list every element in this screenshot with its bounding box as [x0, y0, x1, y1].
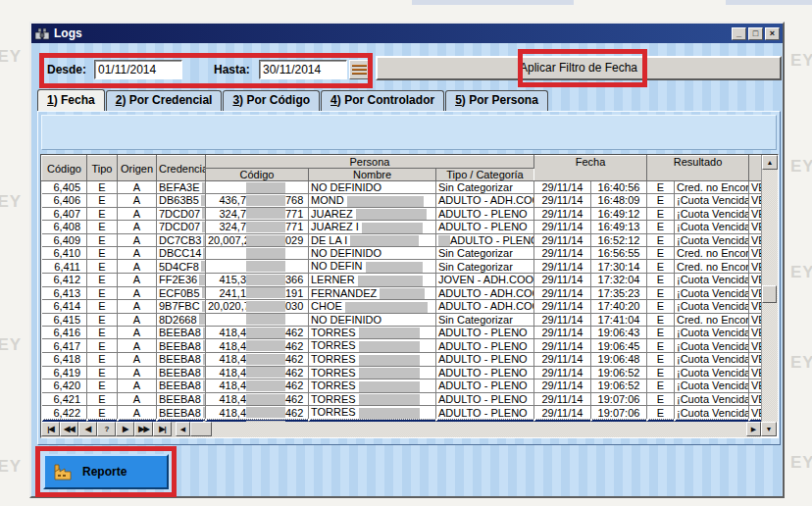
table-row[interactable]: 6,413EAECF0B5241,1191FERNANDEZ ADULTO - …: [42, 286, 762, 300]
scroll-right-icon[interactable]: ▶: [746, 422, 761, 436]
horizontal-scroll-track[interactable]: [212, 422, 746, 437]
cell-categoria: ADULTO - ADH.COO: [436, 286, 534, 300]
cell-origen: A: [118, 194, 157, 208]
cell-categoria: ADULTO - ADH.COO: [436, 300, 534, 314]
next-button[interactable]: ▶: [116, 422, 134, 436]
cell-fecha-date: 29/11/14: [534, 352, 591, 366]
table-row[interactable]: 6,422EABEEBA8418,4462TORRES ADULTO - PLE…: [42, 406, 762, 420]
table-row[interactable]: 6,417EABEEBA8418,4462TORRES ADULTO - PLE…: [42, 339, 762, 353]
log-grid: Código Tipo Origen Credencial Persona Fe…: [40, 154, 779, 438]
table-row[interactable]: 6,407EA7DCD07324,7771JUAREZ ADULTO - PLE…: [42, 207, 762, 221]
horizontal-scrollbar[interactable]: ◀ ▶: [176, 422, 761, 437]
cell-codigo: 6,421: [42, 392, 87, 406]
redaction-box: [380, 288, 425, 299]
tab-por-c-digo[interactable]: 3) Por Código: [223, 90, 320, 111]
tab-por-persona[interactable]: 5) Por Persona: [445, 90, 548, 111]
cell-resultado-letra: E: [647, 260, 675, 274]
scroll-up-icon[interactable]: ▲: [762, 155, 778, 170]
cell-origen: A: [118, 221, 157, 234]
cell-resultado-texto: ¡Cuota Vencida!: [675, 339, 749, 353]
vertical-scroll-track[interactable]: [762, 170, 778, 422]
cell-ve: VE: [749, 286, 761, 300]
redaction-box: [246, 394, 285, 405]
redaction-box: [362, 223, 423, 233]
window-title: Logs: [54, 26, 82, 40]
calendar-picker-button[interactable]: [349, 60, 370, 79]
redaction-box: [246, 287, 285, 298]
table-row[interactable]: 6,419EABEEBA8418,4462TORRES ADULTO - PLE…: [42, 366, 762, 380]
cell-resultado-letra: E: [647, 300, 675, 314]
table-row[interactable]: 6,411EA5D4CF8NO DEFIN Sin Categorizar29/…: [42, 260, 762, 274]
redaction-box: [201, 261, 206, 272]
last-button[interactable]: ▶|: [153, 422, 172, 436]
first-button[interactable]: |◀: [41, 422, 60, 436]
cell-ve: VE: [749, 260, 761, 274]
cell-resultado-letra: E: [647, 339, 675, 353]
cell-resultado-texto: ¡Cuota Vencida!: [675, 286, 749, 300]
cell-credencial: BEFA3E: [157, 181, 206, 194]
table-row[interactable]: 6,415EA8D2668NO DEFINIDO Sin Categorizar…: [42, 313, 762, 326]
vertical-scroll-thumb[interactable]: [762, 285, 777, 303]
cell-ve: VE: [749, 392, 761, 406]
tab-fecha[interactable]: 1) Fecha: [37, 89, 105, 111]
scroll-left-icon[interactable]: ◀: [176, 422, 190, 436]
cell-fecha-hora: 17:30:14: [591, 260, 647, 274]
cell-nombre: TORRES: [309, 380, 436, 393]
cell-categoria: Sin Categorizar: [436, 260, 534, 274]
cell-fecha-hora: 16:52:12: [591, 233, 647, 247]
cell-codigo: 6,417: [42, 339, 87, 353]
tab-por-credencial[interactable]: 2) Por Credencial: [106, 90, 223, 111]
cell-ve: VE: [749, 300, 761, 314]
apply-date-filter-button[interactable]: Aplicar Filtro de Fecha: [376, 56, 782, 80]
scroll-down-icon[interactable]: ▼: [761, 422, 777, 436]
cell-codigo: 6,415: [42, 313, 87, 326]
table-row[interactable]: 6,408EA7DCD07324,7771JUAREZ I ADULTO - P…: [42, 221, 762, 234]
redaction-box: [246, 182, 285, 193]
table-row[interactable]: 6,414EA9B7FBC20,020,7030CHOE ADULTO - AD…: [42, 300, 762, 314]
redaction-box: [246, 407, 285, 418]
cell-fecha-date: 29/11/14: [534, 406, 591, 420]
minimize-button[interactable]: _: [732, 27, 746, 40]
table-row[interactable]: 6,409EADC7CB320,007,2029DE LA I ADULTO -…: [42, 233, 762, 247]
fast-rewind-button[interactable]: ◀◀: [60, 422, 78, 436]
cell-tipo: E: [87, 352, 118, 366]
redaction-box: [358, 276, 423, 286]
cell-codigo: 6,420: [42, 380, 87, 393]
cell-tipo: E: [87, 286, 118, 300]
cell-persona-codigo: 418,4462: [206, 406, 309, 420]
table-row[interactable]: 6,405EABEFA3ENO DEFINIDO Sin Categorizar…: [42, 181, 762, 194]
table-row[interactable]: 6,406EADB63B5436,7768MOND ADULTO - ADH.C…: [42, 194, 762, 208]
redaction-box: [199, 275, 205, 285]
vertical-scrollbar[interactable]: ▲: [761, 155, 778, 422]
redaction-box: [246, 328, 285, 338]
horizontal-scroll-thumb[interactable]: [190, 422, 212, 436]
table-row[interactable]: 6,421EABEEBA8418,4462TORRES ADULTO - PLE…: [42, 392, 762, 406]
refresh-button[interactable]: ?: [97, 422, 116, 436]
cell-fecha-hora: 19:06:52: [591, 380, 647, 393]
cell-credencial: DBCC14: [157, 247, 206, 260]
tab-por-controlador[interactable]: 4) Por Controlador: [321, 90, 444, 111]
fast-forward-button[interactable]: ▶▶: [134, 422, 153, 436]
close-button[interactable]: ×: [765, 27, 780, 40]
table-row[interactable]: 6,418EABEEBA8418,4462TORRES ADULTO - PLE…: [42, 352, 762, 366]
cell-nombre: MOND: [309, 194, 436, 208]
prior-button[interactable]: ◀: [78, 422, 97, 436]
cell-resultado-texto: ¡Cuota Vencida!: [675, 300, 749, 314]
cell-resultado-texto: ¡Cuota Vencida!: [675, 221, 749, 234]
table-row[interactable]: 6,416EABEEBA8418,4462TORRES ADULTO - PLE…: [42, 326, 762, 339]
redaction-box: [246, 208, 285, 219]
title-bar[interactable]: Logs _ □ ×: [31, 24, 783, 43]
table-row[interactable]: 6,410EADBCC14NO DEFINIDO Sin Categorizar…: [42, 247, 762, 260]
table-row[interactable]: 6,412EAFF2E36415,3366LERNER JOVEN - ADH.…: [42, 273, 762, 286]
col-header-persona-codigo: Código: [206, 169, 309, 181]
reporte-button[interactable]: Reporte: [43, 454, 169, 489]
table-row[interactable]: 6,420EABEEBA8418,4462TORRES ADULTO - PLE…: [42, 380, 762, 393]
hasta-input[interactable]: [259, 60, 347, 79]
maximize-button[interactable]: □: [748, 27, 763, 40]
desde-input[interactable]: [94, 60, 182, 79]
cell-fecha-date: 29/11/14: [534, 313, 591, 326]
cell-persona-codigo: 418,4462: [206, 392, 309, 406]
cell-credencial: DC7CB3: [157, 233, 206, 247]
cell-resultado-texto: ¡Cuota Vencida!: [675, 273, 749, 286]
cell-credencial: 7DCD07: [157, 221, 206, 234]
